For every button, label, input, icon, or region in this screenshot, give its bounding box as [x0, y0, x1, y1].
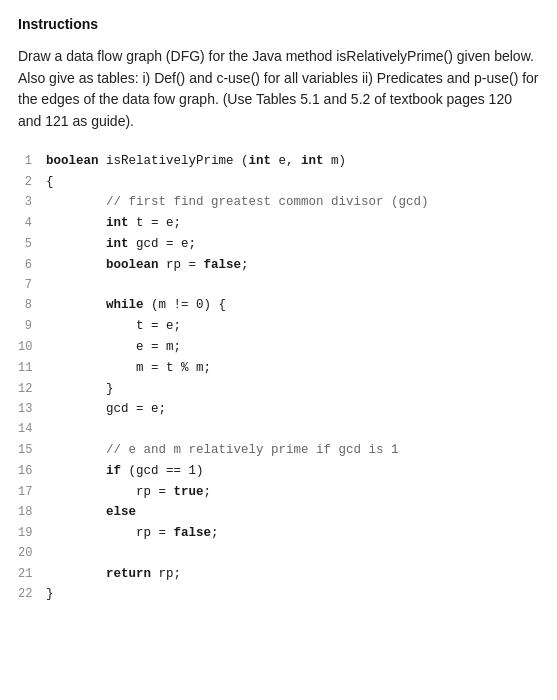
code-block: 1boolean isRelativelyPrime (int e, int m…	[18, 151, 539, 606]
code-line: 17 rp = true;	[18, 482, 539, 503]
code-line: 9 t = e;	[18, 316, 539, 337]
code-line: 19 rp = false;	[18, 523, 539, 544]
line-number: 15	[18, 441, 46, 461]
line-number: 20	[18, 544, 46, 564]
line-number: 16	[18, 462, 46, 482]
line-content: int gcd = e;	[46, 234, 539, 255]
line-content: gcd = e;	[46, 399, 539, 420]
line-content: if (gcd == 1)	[46, 461, 539, 482]
line-number: 21	[18, 565, 46, 585]
code-line: 8 while (m != 0) {	[18, 295, 539, 316]
line-number: 2	[18, 173, 46, 193]
line-content: boolean isRelativelyPrime (int e, int m)	[46, 151, 539, 172]
line-number: 19	[18, 524, 46, 544]
line-number: 18	[18, 503, 46, 523]
code-line: 22}	[18, 584, 539, 605]
description-text: Draw a data flow graph (DFG) for the Jav…	[18, 46, 539, 133]
line-content: rp = true;	[46, 482, 539, 503]
code-line: 5 int gcd = e;	[18, 234, 539, 255]
code-line: 10 e = m;	[18, 337, 539, 358]
line-number: 4	[18, 214, 46, 234]
line-number: 5	[18, 235, 46, 255]
line-content: // first find greatest common divisor (g…	[46, 192, 539, 213]
line-content: rp = false;	[46, 523, 539, 544]
line-content: e = m;	[46, 337, 539, 358]
line-number: 8	[18, 296, 46, 316]
line-number: 9	[18, 317, 46, 337]
code-line: 7	[18, 276, 539, 296]
line-content: m = t % m;	[46, 358, 539, 379]
line-content: while (m != 0) {	[46, 295, 539, 316]
line-number: 13	[18, 400, 46, 420]
code-line: 13 gcd = e;	[18, 399, 539, 420]
line-content: {	[46, 172, 539, 193]
code-line: 20	[18, 544, 539, 564]
line-content: return rp;	[46, 564, 539, 585]
code-line: 4 int t = e;	[18, 213, 539, 234]
code-line: 1boolean isRelativelyPrime (int e, int m…	[18, 151, 539, 172]
code-line: 6 boolean rp = false;	[18, 255, 539, 276]
line-content: // e and m relatively prime if gcd is 1	[46, 440, 539, 461]
code-line: 18 else	[18, 502, 539, 523]
line-content: boolean rp = false;	[46, 255, 539, 276]
line-content: }	[46, 379, 539, 400]
line-number: 11	[18, 359, 46, 379]
code-line: 11 m = t % m;	[18, 358, 539, 379]
line-number: 6	[18, 256, 46, 276]
code-line: 2{	[18, 172, 539, 193]
line-number: 12	[18, 380, 46, 400]
line-content: }	[46, 584, 539, 605]
line-number: 7	[18, 276, 46, 296]
code-line: 3 // first find greatest common divisor …	[18, 192, 539, 213]
line-number: 14	[18, 420, 46, 440]
code-line: 12 }	[18, 379, 539, 400]
page-title: Instructions	[18, 16, 539, 32]
line-content: else	[46, 502, 539, 523]
code-line: 16 if (gcd == 1)	[18, 461, 539, 482]
line-number: 1	[18, 152, 46, 172]
code-line: 14	[18, 420, 539, 440]
code-line: 15 // e and m relatively prime if gcd is…	[18, 440, 539, 461]
line-number: 17	[18, 483, 46, 503]
line-content: t = e;	[46, 316, 539, 337]
line-content: int t = e;	[46, 213, 539, 234]
line-number: 22	[18, 585, 46, 605]
line-number: 10	[18, 338, 46, 358]
line-number: 3	[18, 193, 46, 213]
code-line: 21 return rp;	[18, 564, 539, 585]
